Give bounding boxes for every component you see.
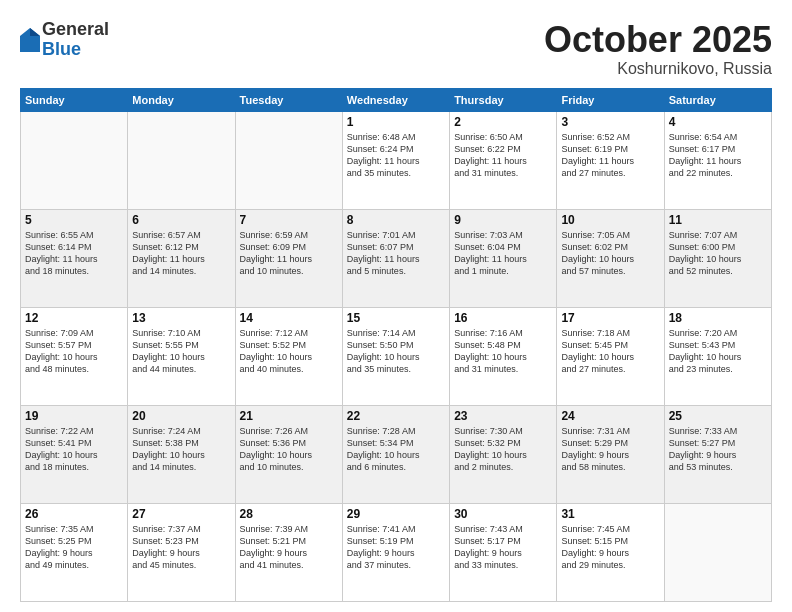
day-number: 31 — [561, 507, 659, 521]
day-cell: 26Sunrise: 7:35 AM Sunset: 5:25 PM Dayli… — [21, 503, 128, 601]
day-number: 9 — [454, 213, 552, 227]
day-info: Sunrise: 7:43 AM Sunset: 5:17 PM Dayligh… — [454, 523, 552, 572]
day-number: 6 — [132, 213, 230, 227]
header-row: SundayMondayTuesdayWednesdayThursdayFrid… — [21, 88, 772, 111]
week-row: 1Sunrise: 6:48 AM Sunset: 6:24 PM Daylig… — [21, 111, 772, 209]
day-number: 2 — [454, 115, 552, 129]
day-number: 13 — [132, 311, 230, 325]
day-info: Sunrise: 7:20 AM Sunset: 5:43 PM Dayligh… — [669, 327, 767, 376]
day-cell: 27Sunrise: 7:37 AM Sunset: 5:23 PM Dayli… — [128, 503, 235, 601]
day-info: Sunrise: 7:26 AM Sunset: 5:36 PM Dayligh… — [240, 425, 338, 474]
day-info: Sunrise: 7:24 AM Sunset: 5:38 PM Dayligh… — [132, 425, 230, 474]
day-number: 27 — [132, 507, 230, 521]
day-number: 25 — [669, 409, 767, 423]
day-cell — [128, 111, 235, 209]
day-info: Sunrise: 7:09 AM Sunset: 5:57 PM Dayligh… — [25, 327, 123, 376]
day-cell: 4Sunrise: 6:54 AM Sunset: 6:17 PM Daylig… — [664, 111, 771, 209]
day-cell: 1Sunrise: 6:48 AM Sunset: 6:24 PM Daylig… — [342, 111, 449, 209]
day-number: 5 — [25, 213, 123, 227]
svg-marker-1 — [30, 28, 40, 36]
day-cell — [21, 111, 128, 209]
day-cell: 21Sunrise: 7:26 AM Sunset: 5:36 PM Dayli… — [235, 405, 342, 503]
day-header: Sunday — [21, 88, 128, 111]
day-number: 16 — [454, 311, 552, 325]
day-info: Sunrise: 7:39 AM Sunset: 5:21 PM Dayligh… — [240, 523, 338, 572]
day-cell: 19Sunrise: 7:22 AM Sunset: 5:41 PM Dayli… — [21, 405, 128, 503]
week-row: 19Sunrise: 7:22 AM Sunset: 5:41 PM Dayli… — [21, 405, 772, 503]
day-cell: 10Sunrise: 7:05 AM Sunset: 6:02 PM Dayli… — [557, 209, 664, 307]
day-number: 17 — [561, 311, 659, 325]
day-cell: 2Sunrise: 6:50 AM Sunset: 6:22 PM Daylig… — [450, 111, 557, 209]
day-header: Thursday — [450, 88, 557, 111]
day-info: Sunrise: 7:33 AM Sunset: 5:27 PM Dayligh… — [669, 425, 767, 474]
day-number: 23 — [454, 409, 552, 423]
day-cell: 24Sunrise: 7:31 AM Sunset: 5:29 PM Dayli… — [557, 405, 664, 503]
day-cell: 17Sunrise: 7:18 AM Sunset: 5:45 PM Dayli… — [557, 307, 664, 405]
location: Koshurnikovo, Russia — [544, 60, 772, 78]
day-cell: 9Sunrise: 7:03 AM Sunset: 6:04 PM Daylig… — [450, 209, 557, 307]
day-cell: 22Sunrise: 7:28 AM Sunset: 5:34 PM Dayli… — [342, 405, 449, 503]
day-header: Saturday — [664, 88, 771, 111]
day-number: 24 — [561, 409, 659, 423]
day-number: 18 — [669, 311, 767, 325]
day-info: Sunrise: 7:30 AM Sunset: 5:32 PM Dayligh… — [454, 425, 552, 474]
day-cell: 29Sunrise: 7:41 AM Sunset: 5:19 PM Dayli… — [342, 503, 449, 601]
day-header: Friday — [557, 88, 664, 111]
day-cell: 3Sunrise: 6:52 AM Sunset: 6:19 PM Daylig… — [557, 111, 664, 209]
page: General Blue October 2025 Koshurnikovo, … — [0, 0, 792, 612]
day-info: Sunrise: 7:45 AM Sunset: 5:15 PM Dayligh… — [561, 523, 659, 572]
day-number: 12 — [25, 311, 123, 325]
day-number: 8 — [347, 213, 445, 227]
day-header: Monday — [128, 88, 235, 111]
day-cell: 20Sunrise: 7:24 AM Sunset: 5:38 PM Dayli… — [128, 405, 235, 503]
day-number: 28 — [240, 507, 338, 521]
day-info: Sunrise: 6:57 AM Sunset: 6:12 PM Dayligh… — [132, 229, 230, 278]
day-info: Sunrise: 7:14 AM Sunset: 5:50 PM Dayligh… — [347, 327, 445, 376]
day-cell: 23Sunrise: 7:30 AM Sunset: 5:32 PM Dayli… — [450, 405, 557, 503]
day-info: Sunrise: 6:50 AM Sunset: 6:22 PM Dayligh… — [454, 131, 552, 180]
day-cell: 28Sunrise: 7:39 AM Sunset: 5:21 PM Dayli… — [235, 503, 342, 601]
day-cell: 6Sunrise: 6:57 AM Sunset: 6:12 PM Daylig… — [128, 209, 235, 307]
day-cell: 31Sunrise: 7:45 AM Sunset: 5:15 PM Dayli… — [557, 503, 664, 601]
title-block: October 2025 Koshurnikovo, Russia — [544, 20, 772, 78]
day-cell: 16Sunrise: 7:16 AM Sunset: 5:48 PM Dayli… — [450, 307, 557, 405]
logo: General Blue — [20, 20, 109, 60]
day-info: Sunrise: 7:03 AM Sunset: 6:04 PM Dayligh… — [454, 229, 552, 278]
day-cell: 11Sunrise: 7:07 AM Sunset: 6:00 PM Dayli… — [664, 209, 771, 307]
day-cell: 5Sunrise: 6:55 AM Sunset: 6:14 PM Daylig… — [21, 209, 128, 307]
day-number: 29 — [347, 507, 445, 521]
week-row: 26Sunrise: 7:35 AM Sunset: 5:25 PM Dayli… — [21, 503, 772, 601]
day-info: Sunrise: 6:52 AM Sunset: 6:19 PM Dayligh… — [561, 131, 659, 180]
day-number: 10 — [561, 213, 659, 227]
calendar-table: SundayMondayTuesdayWednesdayThursdayFrid… — [20, 88, 772, 602]
day-info: Sunrise: 7:37 AM Sunset: 5:23 PM Dayligh… — [132, 523, 230, 572]
day-cell: 7Sunrise: 6:59 AM Sunset: 6:09 PM Daylig… — [235, 209, 342, 307]
day-info: Sunrise: 6:48 AM Sunset: 6:24 PM Dayligh… — [347, 131, 445, 180]
day-info: Sunrise: 7:12 AM Sunset: 5:52 PM Dayligh… — [240, 327, 338, 376]
day-cell: 25Sunrise: 7:33 AM Sunset: 5:27 PM Dayli… — [664, 405, 771, 503]
day-info: Sunrise: 7:18 AM Sunset: 5:45 PM Dayligh… — [561, 327, 659, 376]
day-info: Sunrise: 6:54 AM Sunset: 6:17 PM Dayligh… — [669, 131, 767, 180]
day-info: Sunrise: 7:28 AM Sunset: 5:34 PM Dayligh… — [347, 425, 445, 474]
day-number: 14 — [240, 311, 338, 325]
month-title: October 2025 — [544, 20, 772, 60]
day-info: Sunrise: 7:35 AM Sunset: 5:25 PM Dayligh… — [25, 523, 123, 572]
week-row: 12Sunrise: 7:09 AM Sunset: 5:57 PM Dayli… — [21, 307, 772, 405]
day-cell: 15Sunrise: 7:14 AM Sunset: 5:50 PM Dayli… — [342, 307, 449, 405]
day-number: 21 — [240, 409, 338, 423]
day-info: Sunrise: 7:05 AM Sunset: 6:02 PM Dayligh… — [561, 229, 659, 278]
day-cell: 8Sunrise: 7:01 AM Sunset: 6:07 PM Daylig… — [342, 209, 449, 307]
day-cell: 18Sunrise: 7:20 AM Sunset: 5:43 PM Dayli… — [664, 307, 771, 405]
day-info: Sunrise: 7:01 AM Sunset: 6:07 PM Dayligh… — [347, 229, 445, 278]
day-info: Sunrise: 7:41 AM Sunset: 5:19 PM Dayligh… — [347, 523, 445, 572]
day-cell: 14Sunrise: 7:12 AM Sunset: 5:52 PM Dayli… — [235, 307, 342, 405]
day-number: 3 — [561, 115, 659, 129]
day-number: 1 — [347, 115, 445, 129]
day-info: Sunrise: 7:16 AM Sunset: 5:48 PM Dayligh… — [454, 327, 552, 376]
day-cell: 30Sunrise: 7:43 AM Sunset: 5:17 PM Dayli… — [450, 503, 557, 601]
day-header: Wednesday — [342, 88, 449, 111]
day-cell — [664, 503, 771, 601]
day-header: Tuesday — [235, 88, 342, 111]
day-number: 20 — [132, 409, 230, 423]
day-info: Sunrise: 7:10 AM Sunset: 5:55 PM Dayligh… — [132, 327, 230, 376]
